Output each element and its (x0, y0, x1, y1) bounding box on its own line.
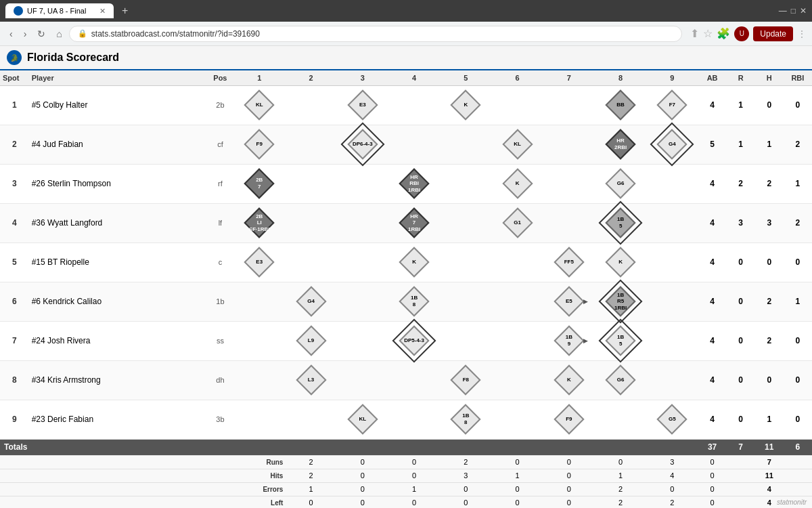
h-cell: 1 (755, 400, 784, 439)
stats-row: Left0000002204 (0, 496, 812, 508)
rbi-cell: 0 (784, 85, 812, 125)
inning-3-cell: E3 (337, 85, 388, 125)
inning-2-cell: L3 (285, 360, 336, 400)
inning-4-cell (388, 400, 440, 439)
stats-inning-8: 0 (646, 482, 698, 496)
player-name: #5 Colby Halter (29, 85, 207, 125)
extensions-icon[interactable]: 🧩 (717, 27, 730, 40)
spot-cell: 7 (0, 321, 29, 360)
inning-2-cell: G4 (285, 282, 336, 321)
stats-inning-7: 2 (595, 482, 646, 496)
inning-2-cell (285, 164, 336, 203)
stats-inning-9: 0 (698, 496, 727, 508)
stats-inning-3: 1 (388, 482, 440, 496)
ab-cell: 4 (698, 203, 727, 242)
inning-1-cell: E3 (233, 242, 285, 282)
stats-inning-6: 0 (543, 482, 595, 496)
inning-6-cell (491, 242, 543, 282)
inning-6-cell (491, 282, 543, 321)
inning-1-header: 1 (233, 70, 285, 85)
inning-5-cell (440, 164, 491, 203)
inning-5-cell (440, 282, 491, 321)
stats-inning-7: 2 (595, 496, 646, 508)
lock-icon: 🔒 (78, 29, 87, 38)
r-cell: 0 (727, 282, 755, 321)
inning-9-cell (646, 282, 698, 321)
inning-7-cell (543, 164, 595, 203)
inning-2-cell (285, 400, 336, 439)
position: dh (207, 360, 233, 400)
player-name: #6 Kendrick Calilao (29, 282, 207, 321)
stats-inning-4: 0 (440, 496, 491, 508)
stats-empty (0, 482, 233, 496)
rbi-cell: 0 (784, 360, 812, 400)
tab-close-btn[interactable]: ✕ (99, 7, 106, 16)
ab-cell: 4 (698, 282, 727, 321)
table-row: 5#15 BT RiopellecE3KFF5K4000 (0, 242, 812, 282)
position: 2b (207, 85, 233, 125)
home-btn[interactable]: ⌂ (52, 26, 66, 42)
menu-icon[interactable]: ⋮ (797, 28, 807, 39)
position: 1b (207, 282, 233, 321)
ab-cell: 4 (698, 164, 727, 203)
refresh-btn[interactable]: ↻ (33, 26, 49, 42)
rbi-header: RBI (784, 70, 812, 85)
stats-label: Errors (233, 482, 285, 496)
stats-inning-9: 0 (698, 469, 727, 482)
table-row: 3#26 Sterlin Thompsonrf2B 7HR RBI 1RBIKG… (0, 164, 812, 203)
share-icon[interactable]: ⬆ (690, 27, 699, 40)
position: lf (207, 203, 233, 242)
minimize-btn[interactable]: — (779, 6, 787, 16)
ab-cell: 4 (698, 85, 727, 125)
stats-inning-3: 0 (388, 496, 440, 508)
forward-btn[interactable]: › (20, 26, 31, 42)
maximize-btn[interactable]: □ (791, 6, 796, 16)
stats-inning-2: 0 (337, 482, 388, 496)
inning-1-cell: F9 (233, 125, 285, 164)
inning-4-cell: DP5-4-3 (388, 321, 440, 360)
totals-h: 11 (755, 439, 784, 455)
ab-cell: 4 (698, 360, 727, 400)
inning-3-cell (337, 360, 388, 400)
inning-5-cell (440, 321, 491, 360)
totals-label: Totals (0, 439, 698, 455)
stats-inning-4: 2 (440, 455, 491, 469)
stats-total: 4 (727, 482, 812, 496)
position: ss (207, 321, 233, 360)
r-cell: 0 (727, 242, 755, 282)
position: cf (207, 125, 233, 164)
stats-inning-6: 0 (543, 455, 595, 469)
rbi-cell: 0 (784, 400, 812, 439)
inning-5-cell: 1B 8 (440, 400, 491, 439)
inning-9-cell (646, 164, 698, 203)
new-tab-btn[interactable]: + (118, 5, 132, 17)
stats-empty (0, 496, 233, 508)
back-btn[interactable]: ‹ (5, 26, 17, 42)
inning-8-cell: G6 (595, 360, 646, 400)
address-bar[interactable]: 🔒 stats.statbroadcast.com/statmonitr/?id… (69, 26, 682, 42)
stats-empty (0, 455, 233, 469)
bookmark-icon[interactable]: ☆ (703, 27, 713, 40)
inning-8-cell: 1B R5 1RBI (595, 282, 646, 321)
inning-5-header: 5 (440, 70, 491, 85)
inning-7-cell: FF5 (543, 242, 595, 282)
inning-4-cell (388, 360, 440, 400)
table-row: 9#23 Deric Fabian3bKL1B 8F9G54010 (0, 400, 812, 439)
table-row: 2#4 Jud FabiancfF9DP6-4-3KLHR 2RBIG45112 (0, 125, 812, 164)
stats-inning-5: 1 (491, 469, 543, 482)
update-button[interactable]: Update (753, 26, 793, 41)
ab-cell: 5 (698, 125, 727, 164)
profile-avatar[interactable]: U (734, 26, 749, 41)
player-header: Player (29, 70, 207, 85)
inning-6-header: 6 (491, 70, 543, 85)
inning-6-cell: K (491, 164, 543, 203)
close-window-btn[interactable]: ✕ (800, 6, 807, 16)
stats-inning-6: 0 (543, 496, 595, 508)
position: 3b (207, 400, 233, 439)
inning-4-header: 4 (388, 70, 440, 85)
r-cell: 2 (727, 164, 755, 203)
stats-inning-7: 1 (595, 469, 646, 482)
r-cell: 0 (727, 321, 755, 360)
tab-label: UF 7, UA 8 - Final (27, 7, 86, 15)
tab-bar: UF 7, UA 8 - Final ✕ + — □ ✕ (0, 0, 812, 22)
